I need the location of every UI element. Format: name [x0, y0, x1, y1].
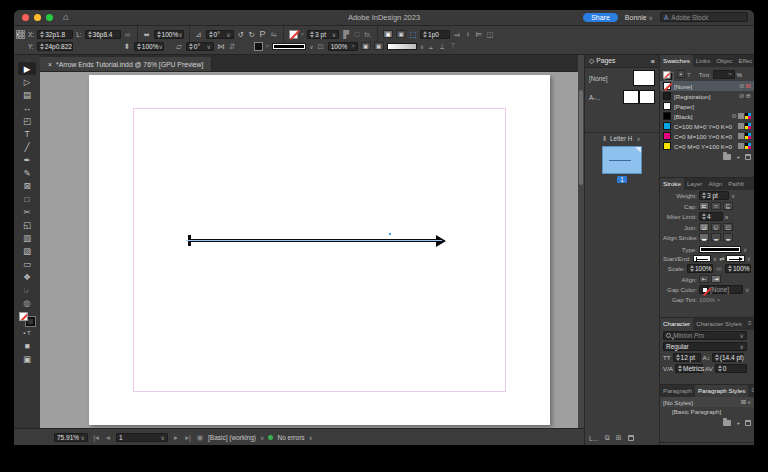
- canvas[interactable]: [40, 72, 578, 428]
- start-scale-field[interactable]: 100%: [687, 264, 713, 273]
- length-input[interactable]: 36p8.4: [85, 30, 121, 39]
- content-collector-tool[interactable]: ◰: [18, 114, 36, 127]
- master-none-row[interactable]: [None]: [585, 68, 659, 88]
- adobe-stock-search[interactable]: AAdobe Stock: [660, 12, 748, 22]
- miter-join-button[interactable]: ◲: [699, 223, 709, 231]
- font-family-select[interactable]: Minion Pro∨: [663, 331, 747, 340]
- zoom-level-select[interactable]: 75.91%∨: [54, 433, 88, 442]
- gap-tool[interactable]: ↔: [18, 101, 36, 114]
- constrain-link-icon[interactable]: ∞: [124, 30, 132, 39]
- projecting-cap-button[interactable]: ⊑: [723, 202, 733, 210]
- page-tool[interactable]: ▤: [18, 88, 36, 101]
- first-page-button[interactable]: |◂: [92, 433, 100, 442]
- stroke-color-swatch[interactable]: [289, 30, 298, 39]
- leading-field[interactable]: (14.4 pt): [712, 353, 744, 362]
- formatting-container-toggle[interactable]: ▪: [677, 70, 685, 78]
- shear-input[interactable]: 0°∨: [186, 42, 214, 51]
- tint-input[interactable]: >: [713, 70, 735, 79]
- arrow-line-object[interactable]: [186, 234, 444, 247]
- page-1-thumbnail[interactable]: [602, 146, 642, 174]
- type-tool[interactable]: T: [18, 127, 36, 140]
- no-styles-row[interactable]: [No Styles]: [663, 399, 693, 406]
- swatch-row-none[interactable]: [None] ⊘⊠: [660, 81, 754, 91]
- vertical-scrollbar-thumb[interactable]: [579, 90, 583, 185]
- scale-link-icon[interactable]: ∞: [715, 264, 723, 273]
- gap-color-select[interactable]: [None]: [699, 285, 743, 294]
- pencil-tool[interactable]: ✎: [18, 166, 36, 179]
- align-center-button[interactable]: ⟊: [464, 30, 472, 39]
- document-page[interactable]: [89, 75, 550, 425]
- stroke-color-expander[interactable]: >: [301, 31, 305, 37]
- next-page-button[interactable]: ▸: [172, 433, 180, 442]
- preflight-profile[interactable]: [Basic] (working): [208, 434, 256, 441]
- line-tool[interactable]: ╱: [18, 140, 36, 153]
- rotate-ccw-button[interactable]: ↺: [237, 30, 245, 39]
- align-inside-stroke-button[interactable]: ▂: [711, 233, 721, 241]
- font-style-select[interactable]: Regular∨: [663, 342, 747, 351]
- screen-mode-button[interactable]: ▣: [18, 352, 36, 365]
- gradient-select[interactable]: [387, 43, 417, 50]
- pin-icon[interactable]: +: [747, 399, 751, 406]
- x-input[interactable]: 32p1.8: [37, 30, 73, 39]
- stroke-weight-input[interactable]: 3 pt∨: [307, 30, 339, 39]
- pen-tool[interactable]: ✒: [18, 153, 36, 166]
- flip-vertical-button[interactable]: ⇵: [228, 42, 236, 51]
- align-left-button[interactable]: ⫤: [453, 30, 461, 39]
- master-a-thumbnail[interactable]: [623, 90, 655, 104]
- page-number-select[interactable]: 1∨: [116, 433, 168, 442]
- tracking-field[interactable]: 0: [715, 364, 747, 373]
- paragraph-styles-menu-icon[interactable]: ≡: [748, 385, 754, 397]
- rotate-cw-button[interactable]: ↻: [248, 30, 256, 39]
- wrap-bounding-button[interactable]: ▣: [396, 30, 406, 38]
- delete-style-button[interactable]: [745, 420, 751, 426]
- kerning-field[interactable]: Metrics: [675, 364, 703, 373]
- gradient-feather-tool[interactable]: ▨: [18, 244, 36, 257]
- rectangle-tool[interactable]: □: [18, 192, 36, 205]
- scale-y-input[interactable]: 100%∨: [134, 42, 164, 51]
- tab-paragraph-styles[interactable]: Paragraph Styles: [695, 385, 748, 397]
- new-page-button[interactable]: ⊞: [616, 434, 622, 442]
- master-a-row[interactable]: A-...: [585, 88, 659, 106]
- tab-pathfinder[interactable]: Pathfi: [725, 178, 747, 190]
- stroke-type-select[interactable]: [699, 246, 741, 253]
- fill-color-expander[interactable]: >: [266, 43, 270, 49]
- page-1-number[interactable]: 1: [617, 176, 627, 183]
- apply-color-button[interactable]: ■: [18, 339, 36, 352]
- align-middle-button[interactable]: ⟘: [438, 42, 446, 51]
- page-size-section[interactable]: ‖Letter H∨: [585, 135, 659, 142]
- round-join-button[interactable]: ◵: [711, 223, 721, 231]
- fill-stroke-proxy[interactable]: [19, 312, 35, 326]
- corner-options-icon[interactable]: ▛: [342, 30, 350, 39]
- new-style-button[interactable]: +: [736, 419, 740, 426]
- swatches-fill-stroke-proxy[interactable]: [663, 71, 673, 80]
- place-arrowhead-button[interactable]: ⇥: [711, 275, 721, 283]
- tab-stroke[interactable]: Stroke: [660, 178, 684, 190]
- clear-overrides-icon[interactable]: ⊠: [741, 398, 746, 406]
- master-none-thumbnail[interactable]: [633, 70, 655, 86]
- swatch-row-magenta[interactable]: C=0 M=100 Y=0 K=0: [660, 131, 754, 141]
- font-size-field[interactable]: 12 pt: [673, 353, 701, 362]
- gap-tint-value[interactable]: 100%: [699, 296, 715, 303]
- end-scale-field[interactable]: 100%: [725, 264, 751, 273]
- tab-swatches[interactable]: Swatches: [660, 55, 693, 67]
- previous-page-button[interactable]: ◂: [104, 433, 112, 442]
- reference-point-proxy[interactable]: [16, 30, 25, 39]
- extend-arrowhead-button[interactable]: ⇤: [699, 275, 709, 283]
- align-center-stroke-button[interactable]: ▂: [699, 233, 709, 241]
- flip-horizontal-button[interactable]: ⇋: [270, 30, 278, 39]
- basic-paragraph-row[interactable]: [Basic Paragraph]: [672, 408, 721, 415]
- corner-shape-icon[interactable]: □: [353, 30, 361, 39]
- fill-proxy-swatch[interactable]: [19, 312, 28, 321]
- zoom-tool[interactable]: ◎: [18, 296, 36, 309]
- share-button[interactable]: Share: [583, 13, 618, 22]
- drop-shadow-button[interactable]: ▣: [361, 42, 371, 50]
- tab-effects[interactable]: Effec: [735, 55, 754, 67]
- align-right-button[interactable]: ⊨: [475, 30, 483, 39]
- tab-character-styles[interactable]: Character Styles: [693, 318, 745, 330]
- free-transform-tool[interactable]: ◱: [18, 218, 36, 231]
- delete-page-button[interactable]: [628, 435, 634, 441]
- style-group-button[interactable]: [723, 420, 731, 426]
- wrap-offset-input[interactable]: 1p0: [420, 30, 450, 39]
- swatch-row-black[interactable]: [Black] ⊘: [660, 111, 754, 121]
- preflight-status[interactable]: No errors: [277, 434, 304, 441]
